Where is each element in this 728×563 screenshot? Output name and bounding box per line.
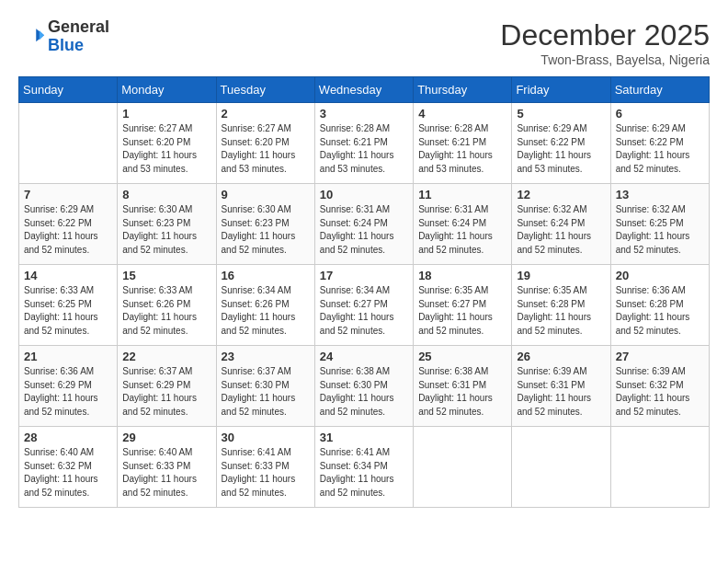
day-number: 18 [418, 269, 506, 282]
calendar-cell: 30Sunrise: 6:41 AM Sunset: 6:33 PM Dayli… [216, 427, 314, 508]
day-info: Sunrise: 6:33 AM Sunset: 6:26 PM Dayligh… [122, 284, 210, 338]
day-info: Sunrise: 6:36 AM Sunset: 6:29 PM Dayligh… [24, 365, 112, 419]
calendar-cell [19, 103, 118, 184]
calendar-cell: 1Sunrise: 6:27 AM Sunset: 6:20 PM Daylig… [118, 103, 216, 184]
weekday-header-monday: Monday [118, 77, 216, 103]
calendar-cell: 10Sunrise: 6:31 AM Sunset: 6:24 PM Dayli… [314, 184, 413, 265]
calendar-cell: 20Sunrise: 6:36 AM Sunset: 6:28 PM Dayli… [610, 265, 709, 346]
day-number: 20 [616, 269, 704, 282]
svg-marker-1 [40, 30, 44, 40]
logo-text: General Blue [48, 18, 109, 55]
day-number: 24 [320, 350, 408, 363]
day-number: 11 [418, 188, 506, 201]
day-info: Sunrise: 6:41 AM Sunset: 6:34 PM Dayligh… [320, 446, 408, 500]
day-number: 13 [616, 188, 704, 201]
logo-general: General [48, 17, 109, 36]
day-number: 9 [222, 188, 310, 201]
calendar-week-1: 1Sunrise: 6:27 AM Sunset: 6:20 PM Daylig… [19, 103, 710, 184]
day-info: Sunrise: 6:31 AM Sunset: 6:24 PM Dayligh… [320, 203, 408, 257]
calendar-cell: 21Sunrise: 6:36 AM Sunset: 6:29 PM Dayli… [19, 346, 118, 427]
calendar-cell [414, 427, 512, 508]
day-info: Sunrise: 6:35 AM Sunset: 6:27 PM Dayligh… [418, 284, 506, 338]
weekday-header-saturday: Saturday [610, 77, 709, 103]
calendar-cell: 22Sunrise: 6:37 AM Sunset: 6:29 PM Dayli… [118, 346, 216, 427]
day-number: 6 [616, 107, 704, 121]
day-number: 14 [24, 269, 112, 282]
calendar-cell: 9Sunrise: 6:30 AM Sunset: 6:23 PM Daylig… [216, 184, 314, 265]
calendar-cell [512, 427, 610, 508]
day-number: 22 [122, 350, 210, 363]
calendar-table: SundayMondayTuesdayWednesdayThursdayFrid… [18, 76, 710, 508]
calendar-cell: 15Sunrise: 6:33 AM Sunset: 6:26 PM Dayli… [118, 265, 216, 346]
calendar-cell: 25Sunrise: 6:38 AM Sunset: 6:31 PM Dayli… [414, 346, 512, 427]
day-info: Sunrise: 6:39 AM Sunset: 6:32 PM Dayligh… [616, 365, 704, 419]
weekday-header-friday: Friday [512, 77, 610, 103]
logo-blue: Blue [48, 36, 84, 54]
calendar-cell: 3Sunrise: 6:28 AM Sunset: 6:21 PM Daylig… [314, 103, 413, 184]
day-info: Sunrise: 6:39 AM Sunset: 6:31 PM Dayligh… [517, 365, 605, 419]
calendar-cell: 29Sunrise: 6:40 AM Sunset: 6:33 PM Dayli… [118, 427, 216, 508]
page-header: General Blue December 2025 Twon-Brass, B… [18, 18, 710, 67]
day-number: 30 [222, 431, 310, 444]
day-number: 1 [122, 107, 210, 121]
weekday-header-row: SundayMondayTuesdayWednesdayThursdayFrid… [19, 77, 710, 103]
day-number: 2 [222, 107, 310, 121]
day-number: 7 [24, 188, 112, 201]
day-number: 29 [122, 431, 210, 444]
day-info: Sunrise: 6:35 AM Sunset: 6:28 PM Dayligh… [517, 284, 605, 338]
location: Twon-Brass, Bayelsa, Nigeria [500, 52, 710, 67]
day-info: Sunrise: 6:30 AM Sunset: 6:23 PM Dayligh… [222, 203, 310, 257]
day-number: 21 [24, 350, 112, 363]
day-info: Sunrise: 6:29 AM Sunset: 6:22 PM Dayligh… [24, 203, 112, 257]
calendar-cell: 24Sunrise: 6:38 AM Sunset: 6:30 PM Dayli… [314, 346, 413, 427]
calendar-cell: 16Sunrise: 6:34 AM Sunset: 6:26 PM Dayli… [216, 265, 314, 346]
calendar-week-5: 28Sunrise: 6:40 AM Sunset: 6:32 PM Dayli… [19, 427, 710, 508]
day-number: 3 [320, 107, 408, 121]
calendar-cell: 13Sunrise: 6:32 AM Sunset: 6:25 PM Dayli… [610, 184, 709, 265]
calendar-cell: 2Sunrise: 6:27 AM Sunset: 6:20 PM Daylig… [216, 103, 314, 184]
day-info: Sunrise: 6:34 AM Sunset: 6:27 PM Dayligh… [320, 284, 408, 338]
day-info: Sunrise: 6:30 AM Sunset: 6:23 PM Dayligh… [122, 203, 210, 257]
calendar-cell: 31Sunrise: 6:41 AM Sunset: 6:34 PM Dayli… [314, 427, 413, 508]
day-info: Sunrise: 6:41 AM Sunset: 6:33 PM Dayligh… [222, 446, 310, 500]
day-info: Sunrise: 6:32 AM Sunset: 6:25 PM Dayligh… [616, 203, 704, 257]
calendar-cell: 27Sunrise: 6:39 AM Sunset: 6:32 PM Dayli… [610, 346, 709, 427]
day-info: Sunrise: 6:37 AM Sunset: 6:30 PM Dayligh… [222, 365, 310, 419]
day-number: 4 [418, 107, 506, 121]
day-info: Sunrise: 6:32 AM Sunset: 6:24 PM Dayligh… [517, 203, 605, 257]
calendar-cell: 7Sunrise: 6:29 AM Sunset: 6:22 PM Daylig… [19, 184, 118, 265]
day-info: Sunrise: 6:27 AM Sunset: 6:20 PM Dayligh… [122, 122, 210, 176]
day-number: 16 [222, 269, 310, 282]
calendar-cell: 26Sunrise: 6:39 AM Sunset: 6:31 PM Dayli… [512, 346, 610, 427]
day-info: Sunrise: 6:27 AM Sunset: 6:20 PM Dayligh… [222, 122, 310, 176]
day-info: Sunrise: 6:29 AM Sunset: 6:22 PM Dayligh… [517, 122, 605, 176]
calendar-cell: 18Sunrise: 6:35 AM Sunset: 6:27 PM Dayli… [414, 265, 512, 346]
day-number: 31 [320, 431, 408, 444]
weekday-header-wednesday: Wednesday [314, 77, 413, 103]
calendar-cell: 11Sunrise: 6:31 AM Sunset: 6:24 PM Dayli… [414, 184, 512, 265]
day-info: Sunrise: 6:34 AM Sunset: 6:26 PM Dayligh… [222, 284, 310, 338]
day-info: Sunrise: 6:29 AM Sunset: 6:22 PM Dayligh… [616, 122, 704, 176]
calendar-week-2: 7Sunrise: 6:29 AM Sunset: 6:22 PM Daylig… [19, 184, 710, 265]
day-info: Sunrise: 6:33 AM Sunset: 6:25 PM Dayligh… [24, 284, 112, 338]
day-number: 10 [320, 188, 408, 201]
calendar-cell: 8Sunrise: 6:30 AM Sunset: 6:23 PM Daylig… [118, 184, 216, 265]
title-block: December 2025 Twon-Brass, Bayelsa, Niger… [500, 18, 710, 67]
day-number: 12 [517, 188, 605, 201]
calendar-week-4: 21Sunrise: 6:36 AM Sunset: 6:29 PM Dayli… [19, 346, 710, 427]
day-number: 5 [517, 107, 605, 121]
weekday-header-sunday: Sunday [19, 77, 118, 103]
day-info: Sunrise: 6:40 AM Sunset: 6:32 PM Dayligh… [24, 446, 112, 500]
day-info: Sunrise: 6:36 AM Sunset: 6:28 PM Dayligh… [616, 284, 704, 338]
day-number: 17 [320, 269, 408, 282]
logo: General Blue [18, 18, 109, 55]
day-info: Sunrise: 6:40 AM Sunset: 6:33 PM Dayligh… [122, 446, 210, 500]
month-title: December 2025 [500, 18, 710, 52]
day-info: Sunrise: 6:38 AM Sunset: 6:30 PM Dayligh… [320, 365, 408, 419]
calendar-cell: 4Sunrise: 6:28 AM Sunset: 6:21 PM Daylig… [414, 103, 512, 184]
day-info: Sunrise: 6:28 AM Sunset: 6:21 PM Dayligh… [418, 122, 506, 176]
day-info: Sunrise: 6:38 AM Sunset: 6:31 PM Dayligh… [418, 365, 506, 419]
weekday-header-thursday: Thursday [414, 77, 512, 103]
calendar-cell [610, 427, 709, 508]
day-number: 27 [616, 350, 704, 363]
